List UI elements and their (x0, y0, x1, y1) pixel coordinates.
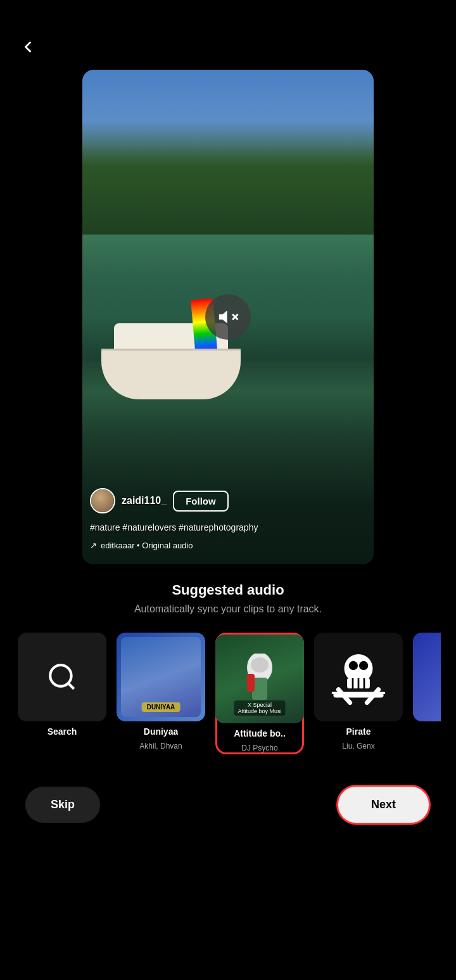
suggested-title: Suggested audio (15, 582, 441, 598)
svg-point-8 (251, 657, 269, 673)
track-search[interactable]: Search (18, 633, 106, 754)
suggested-subtitle: Automatically sync your clips to any tra… (15, 603, 441, 615)
track-duniyaa-thumb: DUNIYAA (117, 633, 205, 721)
video-preview: 115 2 (82, 70, 374, 564)
track-attitude[interactable]: X SpecialAttitude boy Musi Attitude bo..… (215, 633, 304, 754)
track-duniyaa-artist: Akhil, Dhvan (139, 742, 182, 751)
svg-line-6 (68, 683, 74, 689)
hashtags: #nature #naturelovers #naturephotography (90, 522, 258, 532)
mute-button[interactable] (205, 294, 251, 340)
svg-marker-0 (219, 311, 227, 323)
svg-point-13 (349, 661, 358, 670)
track-partial[interactable] (413, 633, 441, 754)
audio-tracks-row: Search DUNIYAA Duniyaa Akhil, Dhvan (15, 633, 441, 754)
user-bar: zaidi110_ Follow (90, 488, 229, 513)
track-pirate-thumb (314, 633, 403, 721)
track-search-label: Search (48, 726, 77, 737)
track-pirate-name: Pirate (346, 726, 371, 737)
follow-button[interactable]: Follow (173, 491, 229, 512)
svg-rect-10 (247, 674, 255, 692)
track-attitude-thumb: X SpecialAttitude boy Musi (215, 635, 304, 723)
track-pirate-artist: Liu, Genx (342, 742, 374, 751)
suggested-section: Suggested audio Automatically sync your … (0, 564, 456, 767)
track-attitude-name: Attitude bo.. (234, 728, 286, 738)
track-search-thumb (18, 633, 106, 721)
next-button[interactable]: Next (336, 785, 431, 825)
back-button[interactable] (14, 33, 42, 61)
username[interactable]: zaidi110_ (122, 495, 167, 506)
track-pirate[interactable]: Pirate Liu, Genx (314, 633, 403, 754)
avatar (90, 488, 115, 513)
svg-point-5 (50, 665, 71, 686)
bottom-actions: Skip Next (0, 767, 456, 863)
svg-point-14 (359, 661, 368, 670)
track-duniyaa[interactable]: DUNIYAA Duniyaa Akhil, Dhvan (117, 633, 205, 754)
track-partial-thumb (413, 633, 441, 721)
audio-text: editkaaar • Original audio (101, 541, 193, 550)
skip-button[interactable]: Skip (25, 787, 100, 823)
audio-info[interactable]: ↗ editkaaar • Original audio (90, 541, 193, 550)
track-duniyaa-name: Duniyaa (144, 726, 178, 737)
track-attitude-artist: DJ Psycho (241, 744, 277, 752)
